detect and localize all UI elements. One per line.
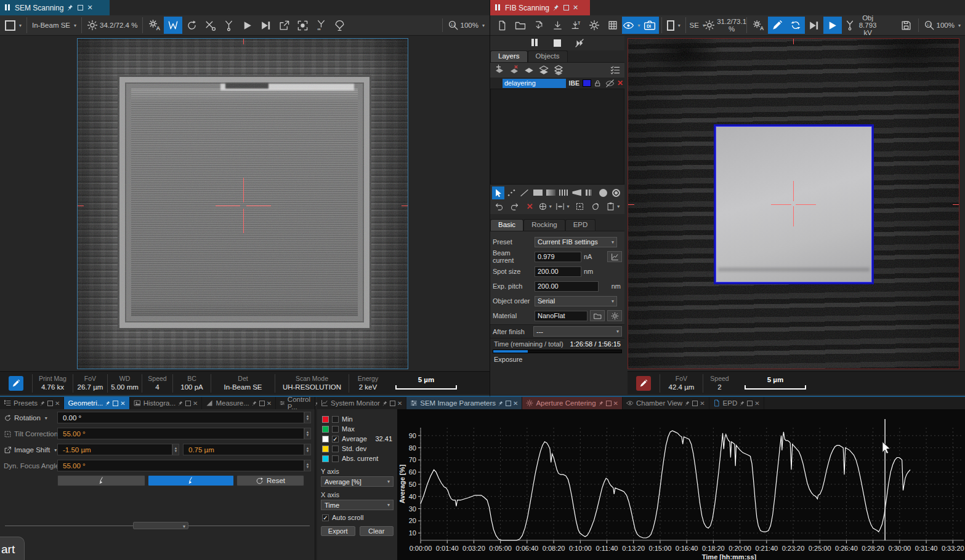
stop-exposure-button[interactable] [548, 36, 567, 50]
restore-window-icon[interactable] [185, 401, 191, 406]
center-objects-button[interactable]: ▾ [538, 200, 552, 213]
import-button[interactable] [548, 17, 567, 34]
tab-system-monitor[interactable]: System Monitor✕ [317, 397, 406, 409]
tab-aperture-centering[interactable]: Aperture Centering✕ [522, 397, 623, 409]
tab-presets[interactable]: Presets✕ [0, 397, 64, 409]
spacing-button[interactable]: ▾ [553, 200, 573, 213]
beam-blank-button[interactable] [330, 17, 349, 34]
close-icon[interactable]: ✕ [193, 400, 198, 407]
crossover-off-button[interactable] [201, 17, 219, 34]
fib-panel-title-tab[interactable]: FIB Scanning ✕ [490, 0, 590, 15]
fib-auto-brightness-button[interactable] [749, 17, 768, 34]
close-icon[interactable]: ✕ [267, 400, 272, 407]
beam-current-input[interactable]: 0.979 [535, 252, 581, 262]
delete-layer-x-icon[interactable]: ✕ [617, 79, 623, 87]
beam-current-chart-button[interactable] [607, 251, 622, 262]
spot-size-input[interactable]: 200.00 [535, 266, 581, 277]
material-browse-button[interactable] [590, 310, 605, 321]
auto-brightness-button[interactable] [145, 17, 164, 34]
object-order-select[interactable]: Serial▾ [535, 296, 617, 306]
stack-layers-button[interactable] [552, 64, 565, 76]
tab-epd[interactable]: EPD [565, 219, 596, 231]
restore-window-icon[interactable] [692, 401, 698, 406]
expose-button[interactable] [823, 17, 842, 34]
tab-histogram[interactable]: Histogra...✕ [130, 397, 203, 409]
close-icon[interactable]: ✕ [573, 4, 578, 12]
pin-icon[interactable] [740, 401, 745, 406]
undo-button[interactable] [492, 200, 507, 213]
gradient-rectangle-tool-button[interactable] [544, 186, 557, 199]
pin-icon[interactable] [252, 401, 257, 406]
after-finish-select[interactable]: ---▾ [533, 326, 622, 337]
restore-window-icon[interactable] [390, 401, 395, 406]
scan-rotation-button[interactable] [182, 17, 201, 34]
rectangle-tool-button[interactable] [531, 186, 544, 199]
rotation-spinner[interactable]: ▲▼ [304, 412, 311, 423]
auto-scroll-checkbox[interactable] [322, 514, 329, 521]
tab-objects[interactable]: Objects [528, 50, 568, 62]
acquire-single-button[interactable] [256, 17, 275, 34]
restore-window-icon[interactable] [47, 401, 53, 406]
max-checkbox[interactable] [332, 426, 339, 433]
fib-brightness-contrast-button[interactable]: 31.2/73.1 % [706, 17, 744, 34]
layer-visibility-icon[interactable] [604, 77, 615, 89]
layer-name-field[interactable]: delayering [503, 79, 566, 88]
tab-epd[interactable]: EPD✕ [709, 397, 764, 409]
average-checkbox[interactable] [332, 436, 339, 442]
close-icon[interactable]: ✕ [397, 400, 402, 407]
redo-button[interactable] [507, 200, 522, 213]
export-image-button[interactable] [275, 17, 293, 34]
reset-button[interactable]: Reset [236, 475, 304, 486]
continuous-exposure-button[interactable] [786, 17, 805, 34]
close-icon[interactable]: ✕ [120, 400, 125, 407]
striped-rectangle-tool-button[interactable] [557, 186, 570, 199]
import-template-button[interactable] [567, 17, 585, 34]
show-objects-button[interactable]: ▾ [622, 17, 640, 34]
rotation-label-group[interactable]: Rotation▾ [4, 412, 47, 424]
tilt-correction-spinner[interactable]: ▲▼ [304, 428, 311, 439]
lock-icon[interactable] [593, 77, 603, 89]
restore-window-icon[interactable] [747, 401, 753, 406]
pin-icon[interactable] [498, 401, 504, 406]
tab-sem-image-parameters[interactable]: SEM Image Parameters✕ [406, 397, 522, 409]
freehand-button[interactable] [588, 200, 603, 213]
snapshot-button[interactable] [293, 17, 312, 34]
pin-icon[interactable] [599, 401, 604, 406]
flatten-layer-button[interactable] [522, 64, 536, 76]
partial-window-corner[interactable]: art [0, 537, 25, 560]
image-shift-x-spinner[interactable]: ▲▼ [172, 444, 179, 455]
sem-panel-title-tab[interactable]: SEM Scanning ✕ [0, 0, 110, 15]
annulus-tool-button[interactable] [610, 186, 623, 199]
x-axis-select[interactable]: Time▾ [321, 500, 394, 510]
settings-button[interactable] [585, 17, 604, 34]
tab-rocking[interactable]: Rocking [523, 219, 565, 231]
add-layer-button[interactable] [493, 64, 506, 76]
tab-measurement[interactable]: Measure...✕ [202, 397, 276, 409]
grid-toggle-button[interactable] [604, 17, 622, 34]
min-checkbox[interactable] [332, 416, 339, 423]
dyn-focus-angle-input[interactable]: 55.00 ° [57, 460, 304, 471]
tab-chamber-view[interactable]: Chamber View✕ [623, 397, 709, 409]
layer-list-options-button[interactable] [608, 64, 622, 76]
acquire-button[interactable] [238, 17, 256, 34]
pin-icon[interactable] [105, 401, 111, 406]
sem-image-viewport[interactable] [77, 38, 408, 369]
merge-layers-button[interactable] [537, 64, 551, 76]
dyn-focus-angle-label-group[interactable]: Dyn. Focus Angle▾ [4, 460, 66, 472]
drift-imaging-button[interactable] [640, 17, 659, 34]
close-icon[interactable]: ✕ [613, 400, 618, 407]
delete-object-button[interactable]: ✕ [522, 200, 537, 213]
pin-icon[interactable] [178, 401, 184, 406]
depth-of-focus-button[interactable] [312, 17, 330, 34]
image-shift-y-spinner[interactable]: ▲▼ [304, 444, 311, 455]
pin-icon[interactable] [67, 4, 74, 11]
new-file-button[interactable] [493, 17, 511, 34]
image-shift-x-input[interactable]: -1.50 µm [57, 444, 172, 455]
wedge-tool-button[interactable] [571, 186, 583, 199]
clear-button[interactable]: Clear [360, 526, 394, 536]
save-as-button[interactable] [530, 17, 548, 34]
select-tool-button[interactable] [492, 186, 504, 199]
exp-pitch-input[interactable]: 200.00 [535, 281, 599, 292]
apply-to-sem-button[interactable] [57, 475, 145, 486]
pin-icon[interactable] [382, 401, 388, 406]
